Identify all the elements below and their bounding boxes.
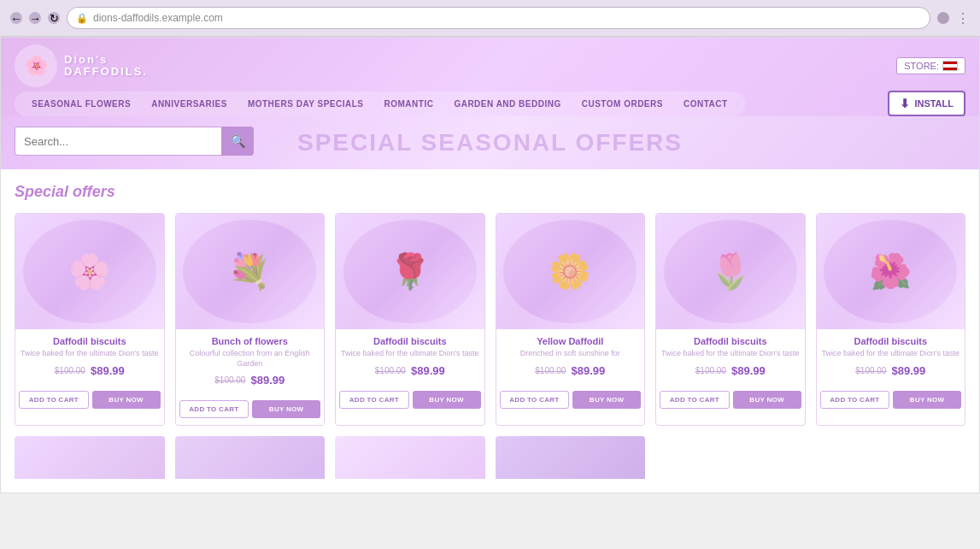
search-box: 🔍	[15, 127, 254, 156]
nav-garden-bedding[interactable]: Garden and Bedding	[443, 95, 571, 113]
logo-area: 🌸 Dion's DAFFODILS.	[15, 44, 148, 87]
product-partial	[816, 436, 966, 479]
product-image-inner: 🌷	[664, 220, 797, 324]
price-sale: $89.99	[91, 364, 125, 377]
product-name: Daffodil biscuits	[341, 336, 479, 346]
browser-menu-icon[interactable]	[937, 12, 949, 24]
product-actions: ADD TO CART BUY NOW	[15, 391, 164, 416]
refresh-button[interactable]: ↻	[48, 12, 60, 24]
product-actions: ADD TO CART BUY NOW	[176, 400, 325, 425]
banner-text-overlay: Special Seasonal Offers	[297, 129, 683, 156]
site-wrapper: 🌸 Dion's DAFFODILS. STORE: Seasonal Flow…	[0, 37, 980, 493]
install-button[interactable]: ⬇ INSTALL	[888, 91, 965, 116]
main-content: Special offers 🌸 Daffodil biscuits Twice…	[1, 169, 979, 493]
product-desc: Twice baked for the ultimate Dion's tast…	[822, 349, 960, 359]
add-to-cart-button[interactable]: ADD TO CART	[660, 391, 730, 409]
product-image-inner: 🌸	[23, 220, 156, 324]
price-sale: $89.99	[571, 364, 605, 377]
product-card: 🌺 Daffodil biscuits Twice baked for the …	[816, 213, 966, 426]
store-label: STORE:	[904, 61, 939, 71]
back-button[interactable]: ←	[10, 12, 22, 24]
product-card: 🌷 Daffodil biscuits Twice baked for the …	[655, 213, 806, 426]
product-desc: Colourful collection from an English Gar…	[181, 349, 320, 369]
product-image: 🌺	[817, 214, 965, 329]
nav-mothers-day[interactable]: Mothers Day Specials	[238, 95, 374, 113]
product-image: 💐	[176, 214, 325, 329]
nav-contact[interactable]: Contact	[673, 95, 738, 113]
product-price: $100.00 $89.99	[181, 374, 320, 387]
product-name: Daffodil biscuits	[822, 336, 960, 346]
nav-anniversaries[interactable]: Anniversaries	[141, 95, 238, 113]
product-card: 🌹 Daffodil biscuits Twice baked for the …	[335, 213, 485, 426]
product-price: $100.00 $89.99	[502, 364, 640, 377]
product-desc: Twice baked for the ultimate Dion's tast…	[21, 349, 159, 359]
store-button[interactable]: STORE:	[896, 57, 965, 74]
search-input[interactable]	[15, 127, 221, 156]
nav-custom-orders[interactable]: Custom Orders	[572, 95, 673, 113]
product-image: 🌸	[15, 214, 164, 329]
forward-button[interactable]: →	[29, 12, 41, 24]
product-partial	[335, 436, 485, 479]
product-image-inner: 🌺	[824, 220, 957, 324]
product-partial	[655, 436, 806, 479]
product-image: 🌼	[496, 214, 645, 329]
product-image-inner: 🌹	[343, 220, 477, 324]
product-name: Bunch of flowers	[181, 336, 320, 346]
nav-bar: Seasonal Flowers Anniversaries Mothers D…	[1, 91, 979, 116]
product-price: $100.00 $89.99	[661, 364, 800, 377]
logo-text: Dion's DAFFODILS.	[64, 54, 148, 79]
price-sale: $89.99	[731, 364, 766, 377]
buy-now-button[interactable]: BUY NOW	[893, 391, 961, 409]
product-actions: ADD TO CART BUY NOW	[817, 391, 965, 416]
product-grid: 🌸 Daffodil biscuits Twice baked for the …	[15, 213, 965, 426]
browser-more-icon[interactable]: ⋮	[956, 10, 970, 27]
buy-now-button[interactable]: BUY NOW	[252, 400, 320, 418]
product-name: Yellow Daffodil	[502, 336, 640, 346]
product-actions: ADD TO CART BUY NOW	[496, 391, 645, 416]
product-image-inner: 🌼	[503, 220, 637, 324]
product-image: 🌷	[656, 214, 805, 329]
product-price: $100.00 $89.99	[341, 364, 479, 377]
product-desc: Drenched in soft sunshine for	[502, 349, 640, 359]
nav-seasonal-flowers[interactable]: Seasonal Flowers	[21, 95, 141, 113]
add-to-cart-button[interactable]: ADD TO CART	[500, 391, 570, 409]
buy-now-button[interactable]: BUY NOW	[733, 391, 801, 409]
price-sale: $89.99	[411, 364, 445, 377]
product-info: Daffodil biscuits Twice baked for the ul…	[336, 329, 484, 391]
price-original: $100.00	[535, 366, 566, 375]
product-info: Daffodil biscuits Twice baked for the ul…	[656, 329, 805, 391]
search-icon: 🔍	[231, 134, 245, 148]
address-bar[interactable]: 🔒 dions-daffodils.example.com	[67, 7, 930, 29]
add-to-cart-button[interactable]: ADD TO CART	[339, 391, 409, 409]
search-button[interactable]: 🔍	[221, 127, 254, 156]
add-to-cart-button[interactable]: ADD TO CART	[179, 400, 249, 418]
install-label: INSTALL	[914, 98, 954, 109]
product-name: Daffodil biscuits	[21, 336, 159, 346]
browser-chrome: ← → ↻ 🔒 dions-daffodils.example.com ⋮	[0, 0, 980, 37]
url-text: dions-daffodils.example.com	[93, 12, 223, 24]
product-name: Daffodil biscuits	[661, 336, 800, 346]
nav-romantic[interactable]: Romantic	[374, 95, 444, 113]
product-desc: Twice baked for the ultimate Dion's tast…	[661, 349, 800, 359]
product-price: $100.00 $89.99	[822, 364, 960, 377]
product-card: 💐 Bunch of flowers Colourful collection …	[175, 213, 326, 426]
download-icon: ⬇	[900, 97, 910, 110]
product-partial	[496, 436, 646, 479]
buy-now-button[interactable]: BUY NOW	[572, 391, 641, 409]
add-to-cart-button[interactable]: ADD TO CART	[820, 391, 890, 409]
price-original: $100.00	[55, 366, 85, 375]
product-price: $100.00 $89.99	[21, 364, 159, 377]
price-original: $100.00	[375, 366, 406, 375]
buy-now-button[interactable]: BUY NOW	[92, 391, 161, 409]
site-header: 🌸 Dion's DAFFODILS. STORE: Seasonal Flow…	[1, 38, 979, 116]
nav-links: Seasonal Flowers Anniversaries Mothers D…	[15, 92, 745, 116]
price-sale: $89.99	[250, 374, 285, 387]
product-info: Yellow Daffodil Drenched in soft sunshin…	[496, 329, 645, 391]
section-title: Special offers	[15, 183, 965, 201]
buy-now-button[interactable]: BUY NOW	[413, 391, 481, 409]
add-to-cart-button[interactable]: ADD TO CART	[19, 391, 89, 409]
price-original: $100.00	[695, 366, 726, 375]
product-info: Daffodil biscuits Twice baked for the ul…	[15, 329, 164, 391]
product-info: Daffodil biscuits Twice baked for the ul…	[817, 329, 965, 391]
product-card: 🌸 Daffodil biscuits Twice baked for the …	[15, 213, 165, 426]
